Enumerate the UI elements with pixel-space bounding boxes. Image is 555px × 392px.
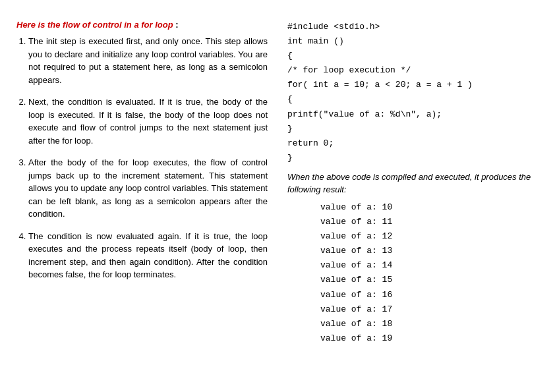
output-line-2: value of a: 11 xyxy=(320,215,539,229)
code-line-10: } xyxy=(287,151,539,165)
output-line-6: value of a: 15 xyxy=(320,273,539,287)
step-2: Next, the condition is evaluated. If it … xyxy=(28,96,268,147)
output-line-1: value of a: 10 xyxy=(320,200,539,215)
code-line-3: { xyxy=(287,49,539,63)
heading: Here is the flow of control in a for loo… xyxy=(16,20,268,30)
output-values: value of a: 10 value of a: 11 value of a… xyxy=(287,200,539,346)
code-line-4: /* for loop execution */ xyxy=(287,63,539,78)
code-line-2: int main () xyxy=(287,34,539,49)
code-line-1: #include <stdio.h> xyxy=(287,20,539,34)
code-line-8: } xyxy=(287,122,539,136)
left-panel: Here is the flow of control in a for loo… xyxy=(16,20,268,372)
code-line-5: for( int a = 10; a < 20; a = a + 1 ) xyxy=(287,78,539,92)
code-block: #include <stdio.h> int main () { /* for … xyxy=(287,20,539,165)
code-line-6: { xyxy=(287,92,539,107)
code-line-9: return 0; xyxy=(287,136,539,151)
output-line-10: value of a: 19 xyxy=(320,331,539,346)
code-line-7: printf("value of a: %d\n", a); xyxy=(287,107,539,122)
result-description: When the above code is compiled and exec… xyxy=(287,171,539,196)
right-panel: #include <stdio.h> int main () { /* for … xyxy=(287,20,539,372)
step-4: The condition is now evaluated again. If… xyxy=(28,230,268,281)
steps-list: The init step is executed first, and onl… xyxy=(16,35,268,281)
step-1: The init step is executed first, and onl… xyxy=(28,35,268,86)
output-line-8: value of a: 17 xyxy=(320,302,539,317)
output-line-5: value of a: 14 xyxy=(320,258,539,273)
step-3: After the body of the for loop executes,… xyxy=(28,156,268,221)
output-line-9: value of a: 18 xyxy=(320,317,539,331)
heading-text: Here is the flow of control in a for loo… xyxy=(16,20,173,30)
main-container: Here is the flow of control in a for loo… xyxy=(0,0,555,392)
output-line-4: value of a: 13 xyxy=(320,244,539,258)
output-line-3: value of a: 12 xyxy=(320,229,539,244)
output-line-7: value of a: 16 xyxy=(320,288,539,302)
